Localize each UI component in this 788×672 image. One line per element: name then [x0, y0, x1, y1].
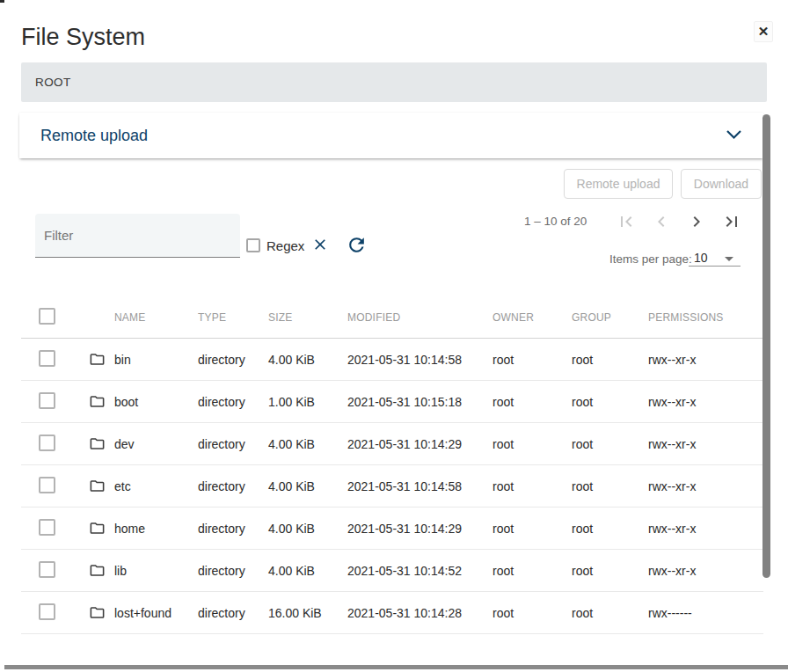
table-header-row: NAME TYPE SIZE MODIFIED OWNER GROUP PERM… [21, 297, 763, 339]
caret-down-icon [725, 257, 733, 261]
cell-modified: 2021-05-31 10:14:52 [347, 564, 492, 578]
folder-icon [88, 562, 114, 579]
table-row[interactable]: boot directory 1.00 KiB 2021-05-31 10:15… [21, 381, 763, 423]
dialog-title: File System [21, 24, 145, 51]
cell-name: lib [114, 564, 198, 578]
table-row[interactable]: dev directory 4.00 KiB 2021-05-31 10:14:… [21, 423, 763, 465]
cell-size: 4.00 KiB [268, 353, 347, 367]
cell-owner: root [492, 606, 572, 620]
remote-upload-button[interactable]: Remote upload [564, 169, 673, 199]
cell-modified: 2021-05-31 10:14:28 [347, 606, 492, 620]
cell-group: root [572, 606, 648, 620]
cell-modified: 2021-05-31 10:14:29 [347, 522, 492, 536]
remote-upload-panel-title: Remote upload [40, 127, 148, 145]
cell-name: boot [114, 395, 198, 409]
cell-size: 4.00 KiB [268, 522, 347, 536]
cell-group: root [572, 353, 648, 367]
previous-page-button[interactable] [651, 211, 672, 232]
cell-name: etc [114, 479, 198, 493]
header-owner: OWNER [492, 311, 572, 324]
file-table: NAME TYPE SIZE MODIFIED OWNER GROUP PERM… [21, 297, 763, 634]
row-checkbox[interactable] [39, 519, 55, 536]
breadcrumb-root-label: ROOT [35, 76, 71, 89]
cell-permissions: rwx--xr-x [648, 564, 763, 578]
cell-owner: root [492, 353, 572, 367]
regex-checkbox-label[interactable]: Regex [266, 238, 304, 253]
cell-name: home [114, 522, 198, 536]
cell-name: dev [114, 437, 198, 451]
table-body: bin directory 4.00 KiB 2021-05-31 10:14:… [21, 339, 763, 634]
row-checkbox[interactable] [39, 392, 55, 409]
header-type: TYPE [198, 311, 268, 324]
folder-icon [88, 393, 114, 410]
remote-upload-panel-header[interactable]: Remote upload [19, 113, 763, 158]
table-row[interactable]: home directory 4.00 KiB 2021-05-31 10:14… [21, 508, 763, 550]
row-checkbox[interactable] [39, 435, 55, 451]
cell-modified: 2021-05-31 10:15:18 [347, 395, 492, 409]
header-name: NAME [114, 311, 198, 324]
cell-size: 4.00 KiB [268, 564, 347, 578]
cell-group: root [572, 522, 648, 536]
download-button[interactable]: Download [681, 169, 762, 199]
cell-size: 1.00 KiB [268, 395, 347, 409]
last-page-button[interactable] [721, 211, 742, 232]
cell-type: directory [198, 564, 268, 578]
cell-type: directory [198, 606, 268, 620]
folder-icon [88, 478, 114, 494]
page-size-select[interactable]: 10 [689, 250, 741, 267]
filter-input[interactable] [35, 214, 240, 258]
row-checkbox[interactable] [39, 477, 55, 493]
close-button[interactable]: ✕ [754, 21, 773, 42]
cell-owner: root [492, 395, 572, 409]
cell-modified: 2021-05-31 10:14:58 [347, 353, 492, 367]
table-row[interactable]: lost+found directory 16.00 KiB 2021-05-3… [21, 592, 763, 634]
first-page-icon [616, 222, 637, 235]
last-page-icon [721, 222, 742, 235]
cell-permissions: rwx--xr-x [648, 395, 763, 409]
header-group: GROUP [572, 311, 648, 324]
cell-type: directory [198, 479, 268, 493]
header-permissions: PERMISSIONS [648, 311, 763, 324]
table-row[interactable]: etc directory 4.00 KiB 2021-05-31 10:14:… [21, 465, 763, 508]
chevron-down-icon [726, 128, 742, 143]
first-page-button[interactable] [616, 211, 637, 232]
table-row[interactable]: lib directory 4.00 KiB 2021-05-31 10:14:… [21, 550, 763, 592]
cell-permissions: rwx------ [648, 606, 763, 620]
table-row[interactable]: bin directory 4.00 KiB 2021-05-31 10:14:… [21, 339, 763, 381]
folder-icon [88, 520, 114, 537]
chevron-left-icon [651, 222, 672, 235]
cell-owner: root [492, 437, 572, 451]
row-checkbox[interactable] [39, 603, 55, 620]
cell-group: root [572, 479, 648, 493]
horizontal-scrollbar[interactable] [4, 665, 788, 669]
clear-filter-button[interactable] [311, 236, 329, 253]
next-page-button[interactable] [686, 211, 707, 232]
cell-name: lost+found [114, 606, 198, 620]
cell-modified: 2021-05-31 10:14:29 [347, 437, 492, 451]
header-size: SIZE [268, 311, 347, 324]
breadcrumb[interactable]: ROOT [21, 62, 767, 102]
select-all-checkbox[interactable] [39, 308, 55, 325]
cell-owner: root [492, 479, 572, 493]
refresh-button[interactable] [346, 234, 368, 256]
cell-type: directory [198, 437, 268, 451]
row-checkbox[interactable] [39, 350, 55, 367]
cell-size: 4.00 KiB [268, 437, 347, 451]
cell-type: directory [198, 395, 268, 409]
regex-checkbox[interactable] [246, 238, 260, 252]
chevron-right-icon [686, 222, 707, 235]
row-checkbox[interactable] [39, 561, 55, 578]
cell-name: bin [114, 353, 198, 367]
vertical-scrollbar-thumb[interactable] [762, 114, 770, 578]
folder-icon [88, 351, 114, 368]
cell-permissions: rwx--xr-x [648, 353, 763, 367]
background-artifact [0, 0, 4, 3]
cell-size: 4.00 KiB [268, 479, 347, 493]
folder-icon [88, 604, 114, 621]
refresh-icon [346, 245, 368, 259]
cell-permissions: rwx--xr-x [648, 522, 763, 536]
page-size-value: 10 [694, 251, 708, 265]
cell-group: root [572, 395, 648, 409]
items-per-page-label: Items per page: [609, 252, 692, 266]
cell-size: 16.00 KiB [268, 606, 347, 620]
